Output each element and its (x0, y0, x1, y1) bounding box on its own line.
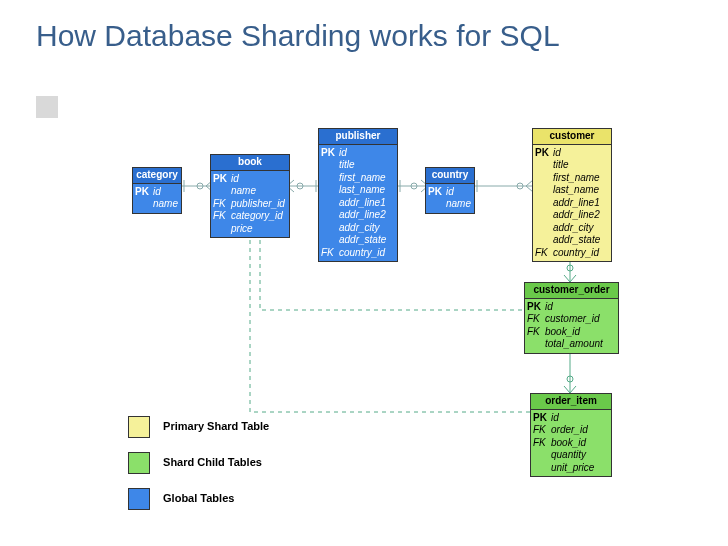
field-name: last_name (339, 184, 385, 197)
entity-field: name (135, 198, 179, 211)
field-key (535, 222, 553, 235)
legend-swatch-green (128, 452, 150, 474)
entity-field: addr_city (321, 222, 395, 235)
field-name: id (545, 301, 553, 314)
field-key: PK (135, 186, 153, 199)
entity-body: PKidname (133, 184, 181, 213)
svg-point-14 (411, 183, 417, 189)
field-key: FK (533, 424, 551, 437)
entity-field: addr_line2 (321, 209, 395, 222)
entity-header: country (426, 168, 474, 184)
field-key: PK (533, 412, 551, 425)
entity-field: addr_line1 (535, 197, 609, 210)
entity-field: PKid (535, 147, 609, 160)
field-key (428, 198, 446, 211)
field-name: last_name (553, 184, 599, 197)
entity-field: addr_city (535, 222, 609, 235)
field-key (321, 159, 339, 172)
field-key (535, 172, 553, 185)
entity-field: name (213, 185, 287, 198)
entity-field: first_name (535, 172, 609, 185)
field-name: addr_line2 (553, 209, 600, 222)
field-key: PK (428, 186, 446, 199)
field-key (321, 209, 339, 222)
field-key (321, 184, 339, 197)
entity-body: PKidname (426, 184, 474, 213)
entity-field: addr_line2 (535, 209, 609, 222)
entity-country: country PKidname (425, 167, 475, 214)
entity-field: addr_state (535, 234, 609, 247)
svg-line-22 (564, 275, 570, 282)
entity-body: PKidtitlefirst_namelast_nameaddr_line1ad… (319, 145, 397, 262)
entity-field: FKcustomer_id (527, 313, 616, 326)
entity-customer: customer PKidtitlefirst_namelast_nameadd… (532, 128, 612, 262)
entity-field: PKid (213, 173, 287, 186)
field-key (535, 184, 553, 197)
entity-header: order_item (531, 394, 611, 410)
diagram-canvas: category PKidname book PKidnameFKpublish… (0, 0, 728, 546)
legend-swatch-yellow (128, 416, 150, 438)
entity-field: addr_line1 (321, 197, 395, 210)
field-key (533, 449, 551, 462)
field-key: FK (533, 437, 551, 450)
entity-field: FKbook_id (527, 326, 616, 339)
field-key: PK (527, 301, 545, 314)
entity-publisher: publisher PKidtitlefirst_namelast_namead… (318, 128, 398, 262)
entity-field: last_name (321, 184, 395, 197)
entity-body: PKidnameFKpublisher_idFKcategory_idprice (211, 171, 289, 238)
entity-field: addr_state (321, 234, 395, 247)
entity-field: FKcountry_id (321, 247, 395, 260)
field-name: book_id (545, 326, 580, 339)
field-name: addr_state (339, 234, 386, 247)
field-name: id (446, 186, 454, 199)
field-name: country_id (339, 247, 385, 260)
legend-child: Shard Child Tables (128, 452, 262, 474)
field-key: FK (527, 313, 545, 326)
field-name: total_amount (545, 338, 603, 351)
field-name: name (231, 185, 256, 198)
field-key (213, 185, 231, 198)
legend-label: Shard Child Tables (163, 456, 262, 468)
entity-field: FKcountry_id (535, 247, 609, 260)
entity-field: title (321, 159, 395, 172)
field-name: addr_city (553, 222, 594, 235)
field-key: FK (321, 247, 339, 260)
field-name: category_id (231, 210, 283, 223)
legend-global: Global Tables (128, 488, 234, 510)
entity-field: total_amount (527, 338, 616, 351)
entity-header: category (133, 168, 181, 184)
entity-book: book PKidnameFKpublisher_idFKcategory_id… (210, 154, 290, 238)
field-name: price (231, 223, 253, 236)
field-name: unit_price (551, 462, 594, 475)
entity-body: PKidFKorder_idFKbook_idquantityunit_pric… (531, 410, 611, 477)
field-key (535, 209, 553, 222)
field-key (535, 234, 553, 247)
entity-field: PKid (321, 147, 395, 160)
field-name: quantity (551, 449, 586, 462)
entity-header: book (211, 155, 289, 171)
field-key (321, 222, 339, 235)
entity-order-item: order_item PKidFKorder_idFKbook_idquanti… (530, 393, 612, 477)
entity-field: unit_price (533, 462, 609, 475)
field-name: first_name (339, 172, 386, 185)
field-key (535, 159, 553, 172)
entity-field: FKorder_id (533, 424, 609, 437)
entity-body: PKidtitlefirst_namelast_nameaddr_line1ad… (533, 145, 611, 262)
field-name: addr_line1 (553, 197, 600, 210)
svg-point-4 (197, 183, 203, 189)
field-key (533, 462, 551, 475)
svg-line-23 (570, 275, 576, 282)
entity-field: name (428, 198, 472, 211)
field-name: id (553, 147, 561, 160)
svg-point-29 (567, 376, 573, 382)
entity-field: PKid (428, 186, 472, 199)
field-name: title (553, 159, 569, 172)
entity-category: category PKidname (132, 167, 182, 214)
entity-header: publisher (319, 129, 397, 145)
svg-line-27 (564, 386, 570, 393)
entity-field: PKid (135, 186, 179, 199)
field-key (135, 198, 153, 211)
entity-field: title (535, 159, 609, 172)
entity-header: customer (533, 129, 611, 145)
field-key: FK (213, 198, 231, 211)
